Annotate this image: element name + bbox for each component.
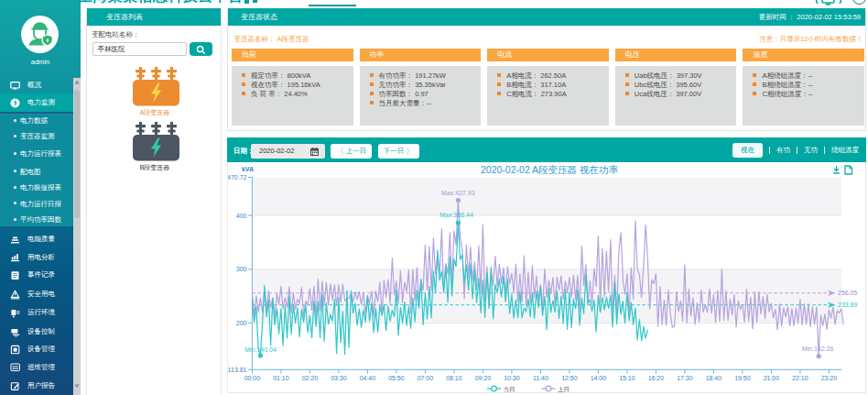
svg-text:Max:386.44: Max:386.44 — [439, 212, 473, 218]
svg-text:233.89: 233.89 — [838, 302, 858, 308]
svg-text:02:20: 02:20 — [302, 375, 319, 381]
svg-text:17:30: 17:30 — [677, 375, 693, 381]
svg-text:Min:142.26: Min:142.26 — [802, 346, 834, 352]
svg-text:05:50: 05:50 — [388, 375, 405, 381]
svg-text:00:00: 00:00 — [244, 375, 261, 381]
svg-text:07:00: 07:00 — [418, 375, 434, 381]
svg-text:300: 300 — [236, 266, 247, 272]
svg-text:Max:427.93: Max:427.93 — [441, 190, 475, 196]
svg-text:2020-02-02 A段变压器 视在功率: 2020-02-02 A段变压器 视在功率 — [481, 164, 618, 175]
svg-text:04:40: 04:40 — [360, 375, 376, 381]
svg-text:400: 400 — [236, 213, 247, 219]
svg-text:08:10: 08:10 — [446, 375, 462, 381]
svg-text:16:20: 16:20 — [648, 375, 665, 381]
svg-text:12:50: 12:50 — [561, 375, 578, 381]
svg-text:11:40: 11:40 — [533, 375, 548, 381]
svg-text:256.05: 256.05 — [838, 290, 858, 296]
svg-text:kVA: kVA — [242, 166, 254, 172]
svg-text:200: 200 — [236, 320, 247, 326]
svg-text:15:10: 15:10 — [619, 375, 635, 381]
svg-text:113.81: 113.81 — [228, 367, 247, 373]
svg-text:23:20: 23:20 — [821, 375, 838, 381]
svg-text:09:20: 09:20 — [475, 375, 492, 381]
svg-text:03:30: 03:30 — [331, 375, 347, 381]
svg-text:14:00: 14:00 — [591, 375, 607, 381]
svg-text:上日: 上日 — [558, 386, 570, 392]
svg-text:19:50: 19:50 — [734, 375, 751, 381]
svg-text:当日: 当日 — [504, 386, 515, 392]
svg-text:Min:140.04: Min:140.04 — [244, 346, 277, 353]
svg-text:470.72: 470.72 — [227, 174, 247, 181]
svg-text:21:00: 21:00 — [764, 375, 780, 381]
svg-text:22:10: 22:10 — [792, 375, 808, 381]
svg-text:01:10: 01:10 — [273, 375, 289, 381]
svg-text:18:40: 18:40 — [706, 375, 722, 381]
svg-text:10:30: 10:30 — [504, 375, 520, 381]
